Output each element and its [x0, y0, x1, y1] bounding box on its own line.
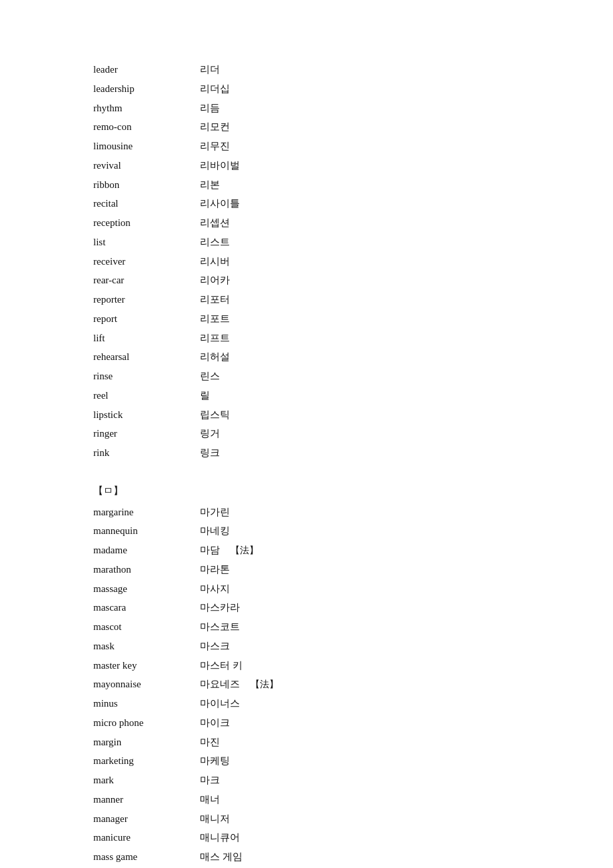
- english-word: mask: [93, 637, 200, 656]
- list-item: ribbon리본: [93, 175, 520, 195]
- korean-word: 마스카라: [200, 598, 240, 617]
- english-word: manager: [93, 810, 200, 829]
- list-item: marketing마케팅: [93, 751, 520, 771]
- list-item: mascara마스카라: [93, 598, 520, 617]
- content-container: leader리더leadership리더십rhythm리듬remo-con리모컨…: [93, 60, 520, 868]
- list-item: rear-car리어카: [93, 271, 520, 290]
- korean-word: 링거: [200, 424, 220, 443]
- korean-word: 리사이틀: [200, 194, 240, 213]
- korean-word: 마이너스: [200, 694, 240, 713]
- list-item: reporter리포터: [93, 290, 520, 309]
- list-item: leadership리더십: [93, 79, 520, 99]
- korean-word: 리포트: [200, 309, 230, 328]
- english-word: mass game: [93, 848, 200, 867]
- korean-word: 마이크: [200, 713, 230, 732]
- list-item: ringer링거: [93, 424, 520, 443]
- korean-word: 마라톤: [200, 560, 230, 579]
- english-word: rehearsal: [93, 348, 200, 367]
- list-item: leader리더: [93, 60, 520, 79]
- english-word: ribbon: [93, 176, 200, 195]
- english-word: mascara: [93, 599, 200, 617]
- korean-word: 립스틱: [200, 405, 230, 424]
- english-word: marathon: [93, 561, 200, 579]
- korean-word: 리무진: [200, 137, 230, 155]
- korean-word: 마스코트: [200, 617, 240, 636]
- list-item: mayonnaise마요네즈【法】: [93, 675, 520, 694]
- korean-word: 리어카: [200, 271, 230, 289]
- korean-word: 마케팅: [200, 751, 230, 770]
- english-word: recital: [93, 195, 200, 213]
- korean-word: 마크: [200, 771, 220, 789]
- korean-word: 리듬: [200, 99, 220, 117]
- list-item: manner매너: [93, 790, 520, 809]
- english-word: massage: [93, 580, 200, 599]
- section-header-1: 【ㅁ】: [93, 481, 520, 500]
- english-word: rear-car: [93, 271, 200, 290]
- english-word: list: [93, 233, 200, 252]
- english-word: reporter: [93, 291, 200, 309]
- english-word: rinse: [93, 367, 200, 386]
- list-item: micro phone마이크: [93, 713, 520, 733]
- list-item: rehearsal리허설: [93, 347, 520, 367]
- korean-word: 마사지: [200, 579, 230, 598]
- korean-word: 리본: [200, 175, 220, 194]
- korean-word: 매너: [200, 790, 220, 809]
- list-item: minus마이너스: [93, 694, 520, 713]
- korean-word: 리프트: [200, 329, 230, 347]
- list-item: remo-con리모컨: [93, 117, 520, 137]
- korean-word: 마스크: [200, 637, 230, 655]
- english-word: rink: [93, 444, 200, 463]
- list-item: limousine리무진: [93, 137, 520, 156]
- english-word: lift: [93, 329, 200, 348]
- english-word: limousine: [93, 137, 200, 156]
- english-word: manner: [93, 791, 200, 809]
- english-word: rhythm: [93, 99, 200, 118]
- list-item: receiver리시버: [93, 252, 520, 271]
- korean-word: 리셉션: [200, 213, 230, 232]
- list-item: manager매니저: [93, 809, 520, 829]
- english-word: margarine: [93, 503, 200, 522]
- list-item: reel릴: [93, 386, 520, 405]
- korean-word: 릴: [200, 386, 210, 405]
- korean-word: 마스터 키: [200, 656, 243, 675]
- list-item: revival리바이벌: [93, 156, 520, 175]
- english-word: leadership: [93, 80, 200, 99]
- korean-word: 링크: [200, 443, 220, 462]
- list-item: marathon마라톤: [93, 560, 520, 579]
- english-word: margin: [93, 733, 200, 752]
- korean-word: 리허설: [200, 347, 230, 366]
- korean-word: 매스 게임: [200, 847, 243, 866]
- list-item: report리포트: [93, 309, 520, 329]
- list-item: rhythm리듬: [93, 99, 520, 118]
- english-word: mascot: [93, 618, 200, 637]
- english-word: leader: [93, 61, 200, 79]
- korean-word: 리바이벌: [200, 156, 240, 175]
- list-item: lipstick립스틱: [93, 405, 520, 425]
- korean-word: 매니큐어: [200, 828, 240, 847]
- list-item: rink링크: [93, 443, 520, 463]
- korean-word: 리모컨: [200, 117, 230, 136]
- korean-word: 마담: [200, 541, 220, 559]
- list-item: mask마스크: [93, 637, 520, 656]
- korean-word: 매니저: [200, 809, 230, 828]
- english-word: remo-con: [93, 118, 200, 137]
- list-item: madame마담【法】: [93, 541, 520, 560]
- korean-word: 리포터: [200, 290, 230, 309]
- english-word: minus: [93, 695, 200, 713]
- korean-word: 린스: [200, 367, 220, 385]
- english-word: reception: [93, 214, 200, 233]
- entry-note: 【法】: [251, 676, 279, 693]
- english-word: reel: [93, 387, 200, 405]
- list-item: mascot마스코트: [93, 617, 520, 637]
- list-item: mass game매스 게임: [93, 847, 520, 867]
- english-word: ringer: [93, 425, 200, 443]
- korean-word: 마진: [200, 733, 220, 751]
- list-item: recital리사이틀: [93, 194, 520, 213]
- english-word: manicure: [93, 829, 200, 847]
- english-word: micro phone: [93, 714, 200, 733]
- english-word: lipstick: [93, 406, 200, 425]
- list-item: margin마진: [93, 733, 520, 752]
- list-item: manicure매니큐어: [93, 828, 520, 847]
- list-item: master key마스터 키: [93, 656, 520, 675]
- list-item: massage마사지: [93, 579, 520, 599]
